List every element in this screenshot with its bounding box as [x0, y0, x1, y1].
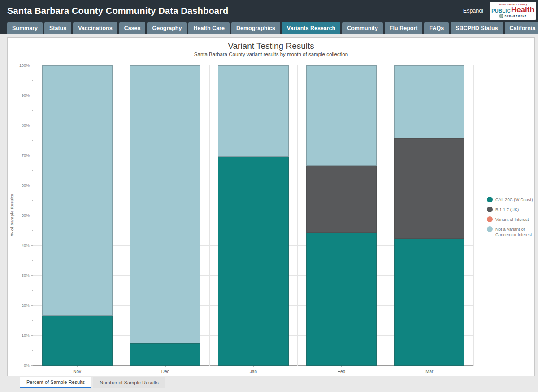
logo-department-text: DEPARTMENT [505, 15, 527, 17]
bar-segment-nov-cal-20c-w-coast-[interactable] [42, 316, 113, 366]
nav-tab-health-care[interactable]: Health Care [188, 22, 229, 34]
x-label-feb: Feb [338, 369, 345, 374]
nav-tab-flu-report[interactable]: Flu Report [385, 22, 423, 34]
y-tick-label-100: 100% [19, 63, 30, 68]
y-minor-tick-65 [32, 170, 33, 171]
chart-subtitle: Santa Barbara County variant results by … [8, 52, 534, 57]
view-switcher-tabs: Percent of Sample ResultsNumber of Sampl… [20, 377, 167, 388]
y-tick-label-80: 80% [22, 123, 30, 128]
nav-tab-sbcphd-status[interactable]: SBCPHD Status [451, 22, 503, 34]
gridline-v-4 [386, 65, 386, 366]
y-tick-label-0: 0% [24, 363, 30, 368]
logo-public-text: PUBLIC [491, 9, 511, 13]
legend-label: B.1.1.7 (UK) [495, 207, 519, 212]
gridline-v-5 [473, 65, 474, 366]
plot-area: 0%10%20%30%40%50%60%70%80%90%100%NovDecJ… [33, 65, 473, 366]
y-tick-70 [31, 155, 33, 155]
y-axis-title: % of Sample Results [9, 143, 14, 287]
nav-tab-summary[interactable]: Summary [7, 22, 43, 34]
logo-health-text: Health [511, 6, 534, 13]
county-seal-icon [499, 14, 503, 18]
bar-segment-mar-cal-20c-w-coast-[interactable] [394, 239, 464, 366]
chart-title: Variant Testing Results [8, 41, 534, 51]
bar-segment-feb-not-a-variant-of-concern-or-interest[interactable] [306, 65, 377, 166]
bar-segment-dec-not-a-variant-of-concern-or-interest[interactable] [130, 65, 200, 343]
y-tick-label-90: 90% [22, 93, 30, 98]
footer-tab-number-of-sample-results[interactable]: Number of Sample Results [93, 377, 165, 388]
y-tick-20 [31, 305, 33, 306]
y-minor-tick-15 [32, 320, 33, 321]
nav-tab-geography[interactable]: Geography [147, 22, 187, 34]
bar-segment-jan-cal-20c-w-coast-[interactable] [218, 157, 288, 366]
y-tick-label-40: 40% [22, 243, 30, 248]
x-tick-jan [253, 366, 254, 367]
legend-swatch-icon [487, 226, 493, 232]
y-tick-100 [31, 65, 33, 65]
public-health-logo: Santa Barbara County PUBLIC Health DEPAR… [490, 2, 536, 20]
y-tick-90 [31, 95, 33, 95]
y-minor-tick-55 [32, 200, 33, 201]
legend-label: Variant of Interest [495, 216, 529, 222]
nav-tab-vaccinations[interactable]: Vaccinations [73, 22, 117, 34]
x-label-nov: Nov [73, 369, 81, 374]
x-tick-mar [430, 366, 430, 367]
y-tick-label-50: 50% [22, 213, 30, 218]
nav-tab-california[interactable]: California [505, 22, 538, 34]
y-tick-30 [31, 275, 33, 276]
legend-item-cal-20c-w-coast-[interactable]: CAL.20C (W.Coast) [487, 197, 534, 202]
y-minor-tick-75 [32, 140, 33, 141]
y-minor-tick-5 [32, 350, 33, 351]
y-tick-60 [31, 185, 33, 185]
legend-swatch-icon [487, 207, 493, 212]
main-nav-tabbar: SummaryStatusVaccinationsCasesGeographyH… [0, 22, 538, 34]
chart-card: Variant Testing Results Santa Barbara Co… [7, 37, 535, 376]
x-label-jan: Jan [250, 369, 257, 374]
legend-item-variant-of-interest[interactable]: Variant of Interest [487, 216, 534, 222]
legend-label: Not a Variant of Concern or Interest [495, 226, 534, 237]
language-toggle-link[interactable]: Español [463, 8, 483, 14]
nav-tab-status[interactable]: Status [44, 22, 71, 34]
y-tick-label-70: 70% [22, 153, 30, 158]
y-tick-label-60: 60% [22, 183, 30, 188]
y-tick-label-30: 30% [22, 273, 30, 278]
chart-legend: CAL.20C (W.Coast)B.1.1.7 (UK)Variant of … [487, 197, 534, 237]
legend-item-b-1-1-7-uk-[interactable]: B.1.1.7 (UK) [487, 207, 534, 212]
page-title: Santa Barbara County Community Data Dash… [7, 6, 229, 16]
x-tick-feb [341, 366, 342, 367]
footer-tab-percent-of-sample-results[interactable]: Percent of Sample Results [20, 377, 91, 388]
y-tick-80 [31, 125, 33, 125]
nav-tab-demographics[interactable]: Demographics [231, 22, 280, 34]
legend-item-not-a-variant-of-concern-or-interest[interactable]: Not a Variant of Concern or Interest [487, 226, 534, 237]
gridline-v-3 [297, 65, 298, 366]
bar-segment-dec-cal-20c-w-coast-[interactable] [130, 343, 200, 366]
nav-tab-variants-research[interactable]: Variants Research [282, 22, 340, 34]
y-minor-tick-95 [32, 80, 33, 81]
bar-segment-feb-cal-20c-w-coast-[interactable] [306, 233, 377, 366]
x-label-dec: Dec [161, 369, 169, 374]
app-header: Santa Barbara County Community Data Dash… [0, 0, 538, 22]
gridline-v-1 [121, 65, 121, 366]
bar-segment-jan-not-a-variant-of-concern-or-interest[interactable] [218, 65, 288, 157]
y-tick-10 [31, 335, 33, 336]
bar-segment-mar-not-a-variant-of-concern-or-interest[interactable] [394, 65, 464, 138]
x-tick-dec [165, 366, 166, 367]
x-tick-nov [77, 366, 78, 367]
x-label-mar: Mar [425, 369, 433, 374]
nav-tab-faqs[interactable]: FAQs [424, 22, 449, 34]
bar-segment-mar-b-1-1-7-uk-[interactable] [394, 138, 464, 239]
y-tick-40 [31, 245, 33, 246]
bar-segment-feb-b-1-1-7-uk-[interactable] [306, 166, 377, 233]
nav-tab-cases[interactable]: Cases [119, 22, 146, 34]
nav-tab-community[interactable]: Community [342, 22, 383, 34]
y-minor-tick-25 [32, 290, 33, 291]
gridline-v-2 [209, 65, 210, 366]
header-right: Español Santa Barbara County PUBLIC Heal… [463, 2, 538, 20]
bar-segment-nov-not-a-variant-of-concern-or-interest[interactable] [42, 65, 113, 316]
y-minor-tick-85 [32, 110, 33, 111]
legend-swatch-icon [487, 197, 493, 202]
legend-swatch-icon [487, 216, 493, 222]
y-tick-50 [31, 215, 33, 215]
y-tick-label-10: 10% [22, 333, 30, 338]
y-minor-tick-35 [32, 260, 33, 261]
legend-label: CAL.20C (W.Coast) [495, 197, 533, 202]
